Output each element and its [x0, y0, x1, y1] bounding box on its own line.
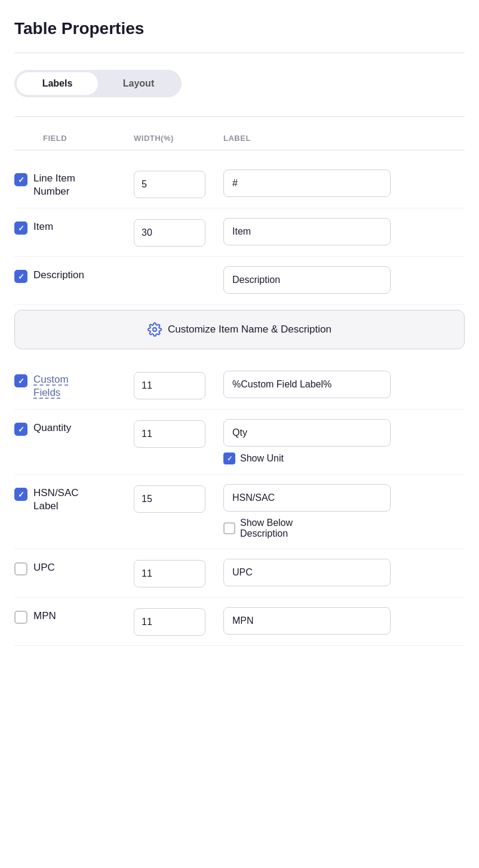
label-input-mpn[interactable] [223, 607, 391, 635]
row-upc: UPC [14, 549, 465, 598]
row-quantity: ✓ Quantity ✓ Show Unit [14, 410, 465, 475]
field-label-quantity: Quantity [33, 421, 71, 435]
checkbox-upc[interactable] [14, 562, 27, 575]
field-label-description: Description [33, 269, 84, 282]
label-mpn [223, 607, 465, 635]
check-icon: ✓ [18, 377, 24, 386]
label-description [223, 266, 465, 294]
header-divider [14, 53, 465, 53]
field-label-upc: UPC [33, 561, 55, 574]
width-mpn [134, 607, 223, 636]
width-input-hsn-sac[interactable] [134, 485, 205, 513]
show-below-checkbox[interactable] [223, 522, 235, 534]
show-below-label: Show BelowDescription [240, 518, 293, 539]
label-input-hsn-sac[interactable] [223, 484, 391, 512]
label-custom-fields [223, 371, 465, 398]
show-unit-checkbox[interactable]: ✓ [223, 453, 235, 464]
row-line-item-number: ✓ Line ItemNumber [14, 160, 465, 208]
field-label-custom-fields[interactable]: CustomFields [33, 373, 69, 399]
checkbox-item[interactable]: ✓ [14, 221, 27, 235]
row-item: ✓ Item [14, 208, 465, 257]
field-hsn-sac: ✓ HSN/SACLabel [14, 484, 134, 513]
toggle-layout[interactable]: Layout [98, 72, 179, 95]
label-quantity: ✓ Show Unit [223, 419, 465, 464]
label-input-custom-fields[interactable] [223, 371, 391, 398]
check-icon: ✓ [18, 176, 24, 184]
toggle-divider [14, 116, 465, 117]
toggle-group: Labels Layout [14, 70, 182, 97]
field-mpn: MPN [14, 607, 134, 624]
width-line-item-number [134, 170, 223, 198]
width-item [134, 218, 223, 247]
field-label-item: Item [33, 220, 53, 233]
gear-icon [148, 322, 162, 337]
width-custom-fields [134, 371, 223, 399]
table-header: FIELD WIDTH(%) LABEL [14, 134, 465, 150]
width-input-custom-fields[interactable] [134, 372, 205, 399]
label-input-item[interactable] [223, 218, 391, 245]
label-input-quantity[interactable] [223, 419, 391, 447]
checkbox-hsn-sac[interactable]: ✓ [14, 488, 27, 501]
field-label-line-item-number: Line ItemNumber [33, 172, 75, 198]
col-header-width: WIDTH(%) [134, 134, 223, 143]
label-line-item-number [223, 170, 465, 197]
row-mpn: MPN [14, 598, 465, 646]
row-description: ✓ Description [14, 257, 465, 305]
label-upc [223, 559, 465, 586]
col-header-field: FIELD [14, 134, 134, 143]
check-icon: ✓ [18, 490, 24, 499]
check-icon: ✓ [18, 272, 24, 281]
row-custom-fields: ✓ CustomFields [14, 361, 465, 410]
checkbox-description[interactable]: ✓ [14, 270, 27, 283]
show-below-row: Show BelowDescription [223, 518, 465, 539]
checkbox-mpn[interactable] [14, 611, 27, 624]
field-line-item-number: ✓ Line ItemNumber [14, 170, 134, 198]
customize-item-button[interactable]: Customize Item Name & Description [14, 310, 465, 349]
label-item [223, 218, 465, 245]
check-icon: ✓ [18, 224, 24, 233]
field-label-hsn-sac: HSN/SACLabel [33, 487, 79, 513]
label-input-upc[interactable] [223, 559, 391, 586]
check-icon: ✓ [18, 425, 24, 434]
width-quantity [134, 419, 223, 448]
checkbox-custom-fields[interactable]: ✓ [14, 374, 27, 387]
field-description: ✓ Description [14, 266, 134, 283]
field-item: ✓ Item [14, 218, 134, 235]
checkbox-quantity[interactable]: ✓ [14, 423, 27, 436]
width-input-upc[interactable] [134, 560, 205, 587]
col-header-label: LABEL [223, 134, 465, 143]
page-title: Table Properties [14, 19, 465, 38]
field-upc: UPC [14, 559, 134, 575]
width-hsn-sac [134, 484, 223, 513]
width-input-line-item-number[interactable] [134, 171, 205, 198]
svg-point-0 [153, 328, 156, 331]
check-icon: ✓ [227, 455, 232, 463]
checkbox-line-item-number[interactable]: ✓ [14, 173, 27, 186]
show-unit-row: ✓ Show Unit [223, 453, 465, 464]
row-hsn-sac: ✓ HSN/SACLabel Show BelowDescription [14, 475, 465, 549]
field-custom-fields: ✓ CustomFields [14, 371, 134, 399]
width-input-quantity[interactable] [134, 420, 205, 448]
label-hsn-sac: Show BelowDescription [223, 484, 465, 539]
toggle-labels[interactable]: Labels [17, 72, 98, 95]
width-upc [134, 559, 223, 587]
width-input-mpn[interactable] [134, 608, 205, 636]
field-quantity: ✓ Quantity [14, 419, 134, 436]
label-input-line-item-number[interactable] [223, 170, 391, 197]
show-unit-label: Show Unit [240, 453, 284, 464]
width-input-item[interactable] [134, 219, 205, 247]
label-input-description[interactable] [223, 266, 391, 294]
field-label-mpn: MPN [33, 610, 56, 623]
customize-btn-label: Customize Item Name & Description [168, 324, 331, 335]
